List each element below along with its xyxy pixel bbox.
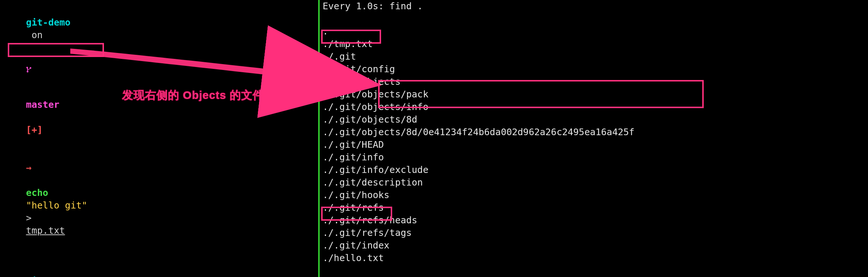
prompt-arrow: → [26, 162, 31, 173]
watch-header: Every 1.0s: find . [323, 0, 868, 13]
cmd-echo: echo [26, 187, 48, 198]
find-output-line: ./.git/objects/info [323, 101, 868, 113]
find-output: ../tmp.txt./.git./.git/config./.git/obje… [323, 25, 868, 264]
find-output-line: ./hello.txt [323, 252, 868, 264]
command-line-1: → echo "hello git" > tmp.txt [4, 149, 318, 250]
find-output-line: ./.git/objects [323, 76, 868, 88]
find-output-line: ./.git [323, 50, 868, 63]
annotation-text: 发现右侧的 Objects 的文件并没有变化 [122, 89, 322, 101]
find-output-line: ./tmp.txt [323, 38, 868, 50]
find-output-line: ./.git/config [323, 63, 868, 76]
redirect-op: > [26, 213, 31, 223]
spacer [4, 250, 318, 262]
find-output-line: ./.git/refs [323, 201, 868, 214]
branch-icon [26, 41, 33, 98]
find-output-line: ./.git/refs/heads [323, 214, 868, 227]
left-terminal-pane[interactable]: git-demo on master [+] → echo "hello git… [0, 0, 318, 277]
find-output-line: ./.git/info/exclude [323, 164, 868, 176]
find-output-line: ./.git/hooks [323, 189, 868, 201]
branch-name: master [26, 99, 59, 110]
echo-target-file: tmp.txt [26, 225, 65, 236]
find-output-line: ./.git/index [323, 239, 868, 252]
find-output-line: ./.git/refs/tags [323, 227, 868, 239]
right-terminal-pane[interactable]: Every 1.0s: find . ../tmp.txt./.git./.gi… [323, 0, 868, 277]
prompt-line-2: git-demo on master [+?] [4, 262, 318, 277]
echo-string: "hello git" [26, 200, 87, 211]
find-output-line: ./.git/objects/8d/0e41234f24b6da002d962a… [323, 126, 868, 138]
spacer [323, 13, 868, 25]
find-output-line: ./.git/info [323, 151, 868, 164]
find-output-line: ./.git/HEAD [323, 138, 868, 151]
cwd: git-demo [26, 17, 70, 28]
status-flags: [+] [26, 124, 43, 135]
find-output-line: ./.git/description [323, 176, 868, 189]
prompt-line-1: git-demo on master [+] [4, 4, 318, 149]
on-word: on [31, 30, 43, 40]
find-output-line: ./.git/objects/8d [323, 113, 868, 126]
find-output-line: . [323, 25, 868, 38]
pane-divider[interactable] [318, 0, 320, 277]
find-output-line: ./.git/objects/pack [323, 88, 868, 101]
